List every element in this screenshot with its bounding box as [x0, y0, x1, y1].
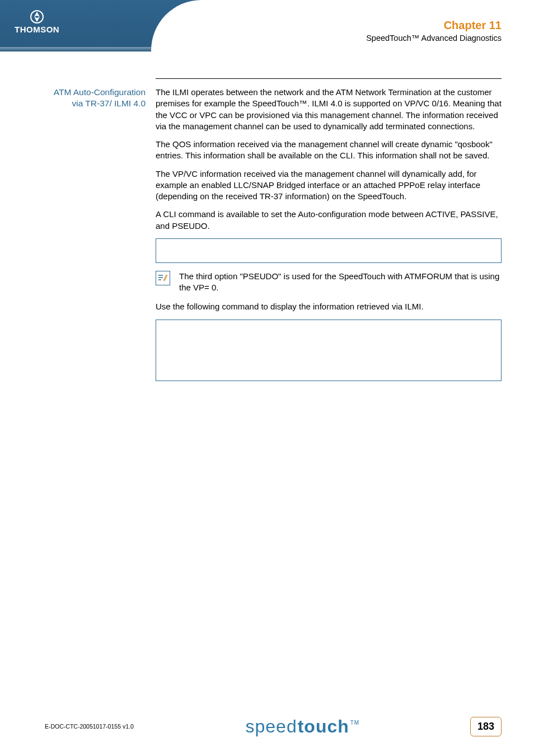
chapter-label: Chapter 11	[366, 19, 502, 32]
section-heading-line2: via TR-37/ ILMI 4.0	[72, 98, 146, 108]
paragraph-2: The QOS information received via the man…	[156, 139, 502, 162]
thomson-mark-icon	[30, 10, 44, 24]
page-content: ATM Auto-Configuration via TR-37/ ILMI 4…	[45, 78, 502, 389]
note-text: The third option "PSEUDO" is used for th…	[179, 271, 502, 294]
section-heading-line1: ATM Auto-Configuration	[54, 87, 146, 97]
page-number: 183	[470, 717, 502, 736]
logo-bold: touch	[298, 716, 349, 737]
chapter-header: Chapter 11 SpeedTouch™ Advanced Diagnost…	[366, 19, 502, 43]
note-icon	[156, 271, 170, 285]
thomson-logo: THOMSON	[15, 10, 59, 34]
paragraph-5: Use the following command to display the…	[156, 301, 502, 312]
code-block-2	[156, 320, 502, 381]
paragraph-4: A CLI command is available to set the Au…	[156, 209, 502, 232]
paragraph-3: The VP/VC information received via the m…	[156, 168, 502, 203]
document-id: E-DOC-CTC-20051017-0155 v1.0	[45, 723, 134, 730]
chapter-subtitle: SpeedTouch™ Advanced Diagnostics	[366, 34, 502, 43]
paragraph-1: The ILMI operates between the network an…	[156, 87, 502, 132]
note-block: The third option "PSEUDO" is used for th…	[156, 271, 502, 294]
section-side-heading: ATM Auto-Configuration via TR-37/ ILMI 4…	[45, 87, 146, 109]
code-block-1	[156, 238, 502, 263]
logo-tm: TM	[350, 720, 359, 726]
section-rule	[156, 78, 502, 79]
section-body: The ILMI operates between the network an…	[156, 87, 502, 389]
thomson-wordmark: THOMSON	[15, 25, 59, 34]
logo-light: speed	[245, 716, 297, 737]
speedtouch-logo: speedtouchTM	[245, 716, 358, 737]
page-footer: E-DOC-CTC-20051017-0155 v1.0 speedtouchT…	[0, 708, 534, 745]
